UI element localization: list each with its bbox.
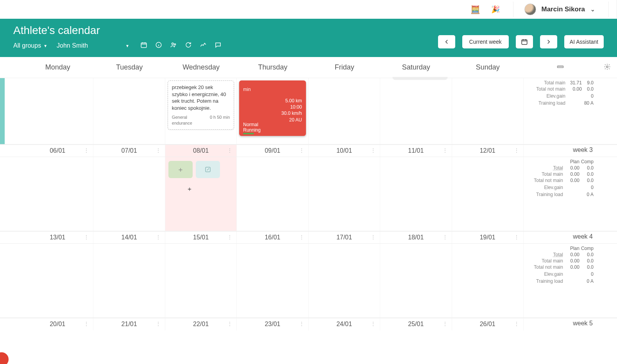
date-cell[interactable]: 21/01⋮ [93,318,165,330]
day-cell[interactable] [165,244,237,318]
training-card-draft[interactable]: przebiegek 20 sek szybko i energicznie, … [168,80,234,130]
more-icon[interactable]: ⋮ [84,148,88,153]
more-icon[interactable]: ⋮ [84,321,88,327]
week-date-row: 13/01⋮ 14/01⋮ 15/01⋮ 16/01⋮ 17/01⋮ 18/01… [0,231,617,244]
day-cell[interactable] [452,78,524,144]
day-cell[interactable] [22,244,93,318]
svg-point-3 [174,44,176,45]
day-cell[interactable] [380,157,452,231]
date-cell[interactable]: 15/01⋮ [165,232,237,243]
more-icon[interactable]: ⋮ [443,321,447,327]
refresh-icon[interactable] [185,41,192,50]
day-cell[interactable] [93,78,165,144]
day-cell[interactable] [309,78,380,144]
more-icon[interactable]: ⋮ [443,148,447,153]
day-cell[interactable] [93,157,165,231]
more-icon[interactable]: ⋮ [299,321,304,327]
day-cell[interactable] [309,244,380,318]
card-duration: 0 h 50 min [210,114,230,126]
group-filter[interactable]: All groups ▼ [13,42,47,49]
date-cell[interactable]: 25/01⋮ [380,318,452,330]
calendar-icon[interactable] [140,41,147,50]
ai-assistant-button[interactable]: AI Assistant [564,35,604,48]
date-cell[interactable]: 06/01⋮ [22,145,93,157]
day-cell[interactable] [22,157,93,231]
gear-icon[interactable] [604,63,611,72]
more-icon[interactable]: ⋮ [443,234,447,240]
add-note-button[interactable] [196,161,220,178]
topbar: 🧮 🎉 Marcin Sikora ⌄ [0,0,617,19]
more-icon[interactable]: ⋮ [227,148,232,153]
day-cell-highlighted[interactable]: ＋ ＋ [165,157,237,231]
more-icon[interactable]: ⋮ [371,321,375,327]
day-cell[interactable] [93,244,165,318]
current-week-button[interactable]: Current week [462,35,509,48]
day-cell[interactable] [452,157,524,231]
date-cell[interactable]: 19/01⋮ [452,232,524,243]
more-icon[interactable]: ⋮ [156,148,160,153]
date-cell[interactable]: 13/01⋮ [22,232,93,243]
user-menu[interactable]: Marcin Sikora ⌄ [524,4,596,15]
chart-icon[interactable] [200,41,207,50]
more-icon[interactable]: ⋮ [514,234,519,240]
day-sun: Sunday [452,63,524,71]
training-card-completed[interactable]: min 5.00 km 10:00 30.0 km/h 20 AU Normal… [239,80,306,136]
calculator-icon[interactable]: 🧮 [470,5,480,14]
day-cell[interactable] [237,157,308,231]
card-edge [393,77,447,79]
day-cell[interactable] [22,78,93,144]
chat-icon[interactable] [215,41,222,50]
date-cell[interactable]: 11/01⋮ [380,145,452,157]
day-cell[interactable]: przebiegek 20 sek szybko i energicznie, … [165,78,237,144]
date-cell[interactable]: 26/01⋮ [452,318,524,330]
date-cell[interactable]: 16/01⋮ [237,232,308,243]
day-cell[interactable] [237,244,308,318]
card-stats: 5.00 km 10:00 30.0 km/h 20 AU [281,98,302,123]
ruler-icon[interactable] [557,63,564,72]
calendar-body: przebiegek 20 sek szybko i energicznie, … [0,78,617,330]
more-icon[interactable]: ⋮ [299,148,304,153]
date-cell[interactable]: 07/01⋮ [93,145,165,157]
more-icon[interactable]: ⋮ [514,148,519,153]
more-icon[interactable]: ⋮ [371,148,375,153]
day-cell[interactable] [380,78,452,144]
more-icon[interactable]: ⋮ [156,234,160,240]
info-icon[interactable] [155,41,162,50]
more-icon[interactable]: ⋮ [156,321,160,327]
day-cell[interactable] [380,244,452,318]
more-icon[interactable]: ⋮ [84,234,88,240]
next-week-button[interactable] [540,35,557,48]
more-icon[interactable]: ⋮ [227,321,232,327]
more-icon[interactable]: ⋮ [371,234,375,240]
add-workout-button[interactable]: ＋ [168,161,193,178]
date-picker-button[interactable] [516,35,533,48]
date-cell[interactable]: 23/01⋮ [237,318,308,330]
day-cell[interactable] [452,244,524,318]
date-cell[interactable]: 24/01⋮ [309,318,380,330]
date-cell[interactable]: 20/01⋮ [22,318,93,330]
week-row-partial: przebiegek 20 sek szybko i energicznie, … [0,78,617,145]
svg-point-6 [606,66,608,68]
date-cell[interactable]: 09/01⋮ [237,145,308,157]
confetti-icon[interactable]: 🎉 [491,5,500,14]
day-tue: Tuesday [93,63,165,71]
date-cell[interactable]: 08/01⋮ [165,145,237,157]
day-cell[interactable] [309,157,380,231]
more-icon[interactable]: ⋮ [227,234,232,240]
date-cell[interactable]: 10/01⋮ [309,145,380,157]
more-icon[interactable]: ⋮ [299,234,304,240]
day-header-row: Monday Tuesday Wednesday Thursday Friday… [0,57,617,78]
week-summary: PlanComp Total0.000.0 Total main0.000.0 … [524,157,597,231]
more-icon[interactable]: ⋮ [514,321,519,327]
date-cell[interactable]: 22/01⋮ [165,318,237,330]
date-cell[interactable]: 18/01⋮ [380,232,452,243]
prev-week-button[interactable] [438,35,455,48]
date-cell[interactable]: 12/01⋮ [452,145,524,157]
page-title: Athlete's calendar [13,24,222,37]
date-cell[interactable]: 14/01⋮ [93,232,165,243]
date-cell[interactable]: 17/01⋮ [309,232,380,243]
team-icon[interactable] [170,41,177,50]
day-cell[interactable]: min 5.00 km 10:00 30.0 km/h 20 AU Normal… [237,78,308,144]
week-summary: Total main31.719.0 Total not main0.000.0… [524,78,597,144]
athlete-filter[interactable]: John Smith ▼ [57,42,129,49]
